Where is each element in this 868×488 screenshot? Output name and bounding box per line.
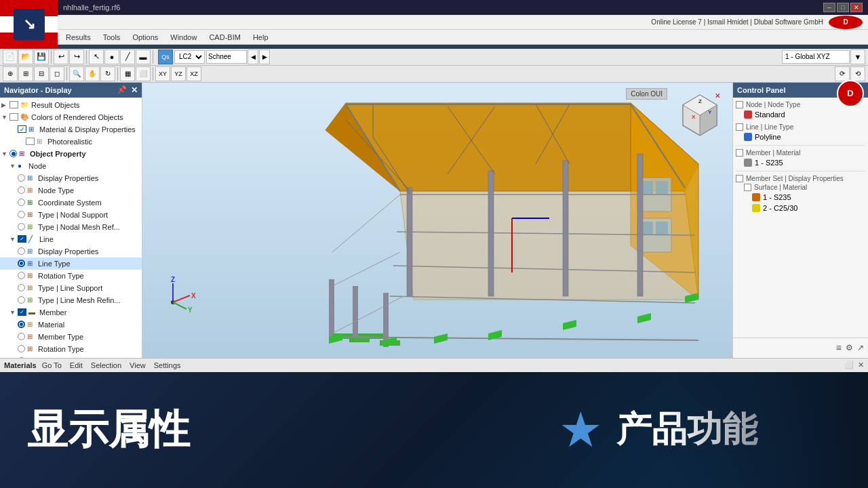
materials-selection[interactable]: Selection — [91, 361, 121, 369]
tree-rotation-type-label: Rotation Type — [38, 272, 84, 280]
menu-tools[interactable]: Tools — [98, 32, 126, 43]
viewport[interactable]: X Y Z ✕ X Y — [142, 83, 732, 358]
load-case-select[interactable]: LC2 — [174, 50, 205, 64]
tb-prev-lc[interactable]: ◀ — [248, 49, 258, 64]
tree-result-objects[interactable]: ▶ 📁 Result Objects — [0, 99, 142, 111]
tb2-1[interactable]: ⊕ — [3, 66, 18, 81]
tree-node-type[interactable]: ⊞ Node Type — [0, 184, 142, 197]
tb2-wire[interactable]: ⬜ — [136, 66, 151, 81]
svg-line-56 — [173, 296, 190, 302]
tree-coord-system[interactable]: ⊞ Coordinate System — [0, 197, 142, 209]
svg-rect-19 — [353, 286, 358, 340]
materials-maximize-btn[interactable]: ⬜ — [844, 361, 854, 369]
materials-settings[interactable]: Settings — [154, 361, 181, 369]
tb-member[interactable]: ▬ — [136, 49, 151, 64]
tree-line-support[interactable]: ⊞ Type | Line Support — [0, 282, 142, 294]
tree-photorealistic[interactable]: ⊞ Photorealistic — [0, 136, 142, 148]
tb2-side[interactable]: YZ — [171, 66, 186, 81]
viewport-cube[interactable]: X Y Z ✕ — [673, 88, 727, 142]
tb-line[interactable]: ╱ — [120, 49, 135, 64]
axis-indicator: X Y Z — [149, 275, 197, 324]
tree-object-property[interactable]: ▼ ⊞ Object Property — [0, 148, 142, 160]
tree-member-type-label: Member Type — [38, 333, 83, 341]
close-btn[interactable]: ✕ — [850, 3, 863, 12]
load-case-area[interactable]: Qs LC2 — [158, 49, 247, 64]
tree-nodal-support[interactable]: ⊞ Type | Nodal Support — [0, 209, 142, 221]
control-section-line: Line | Line Type Polyline — [736, 123, 865, 142]
tb2-r2[interactable]: ⟲ — [850, 66, 865, 81]
materials-edit[interactable]: Edit — [70, 361, 83, 369]
tb-view-options[interactable]: ▼ — [850, 49, 865, 64]
tb-next-lc[interactable]: ▶ — [259, 49, 270, 64]
svg-rect-8 — [656, 181, 668, 195]
tree-nodal-mesh[interactable]: ⊞ Type | Nodal Mesh Ref... — [0, 221, 142, 233]
tree-nodal-support-label: Type | Nodal Support — [38, 211, 108, 219]
window-title: nhlhalle_fertig.rf6 — [63, 3, 120, 12]
menu-help[interactable]: Help — [248, 32, 274, 43]
tb2-pan[interactable]: ✋ — [85, 66, 100, 81]
ctrl-list-icon[interactable]: ≡ — [836, 342, 842, 353]
tb2-front[interactable]: XY — [155, 66, 170, 81]
tb2-2[interactable]: ⊞ — [18, 66, 33, 81]
tb-select[interactable]: ↖ — [89, 49, 104, 64]
app-logo-area: ↘ — [0, 0, 58, 49]
tb-open[interactable]: 📂 — [18, 49, 33, 64]
tb2-top[interactable]: XZ — [186, 66, 201, 81]
tree-line-display[interactable]: ⊞ Display Properties — [0, 245, 142, 258]
tb2-zoom[interactable]: 🔍 — [69, 66, 84, 81]
tree-node-display[interactable]: ⊞ Display Properties — [0, 172, 142, 184]
menu-options[interactable]: Options — [127, 32, 163, 43]
tree-node[interactable]: ▼ ● Node — [0, 160, 142, 172]
maximize-btn[interactable]: □ — [837, 3, 849, 12]
svg-rect-13 — [563, 161, 568, 296]
menu-window[interactable]: Window — [165, 32, 202, 43]
load-case-icon: Qs — [158, 49, 173, 64]
view-label-select[interactable]: 1 - Global XYZ — [782, 50, 850, 64]
tb2-4[interactable]: ◻ — [50, 66, 64, 81]
tree-member-rotation[interactable]: ⊞ Rotation Type — [0, 343, 142, 355]
menu-results[interactable]: Results — [60, 32, 96, 43]
tb2-rotate[interactable]: ↻ — [100, 66, 115, 81]
tree-material-display[interactable]: ✓ ⊞ Material & Display Properties — [0, 123, 142, 136]
materials-view[interactable]: View — [130, 361, 146, 369]
tree-rotation-type[interactable]: ⊞ Rotation Type — [0, 270, 142, 282]
ctrl-export-icon[interactable]: ↗ — [857, 343, 864, 352]
control-section-member: Member | Material 1 - S235 — [736, 148, 865, 168]
navigator-title: Navigator - Display — [4, 86, 72, 94]
tree-node-label: Node — [28, 162, 46, 170]
tb-new[interactable]: 📄 — [3, 49, 18, 64]
tb-redo[interactable]: ↪ — [69, 49, 84, 64]
tree-line[interactable]: ▼ ✓ ╱ Line — [0, 233, 142, 245]
tree-member[interactable]: ▼ ✓ ▬ Member — [0, 306, 142, 319]
tree-node-display-label: Display Properties — [38, 174, 98, 182]
tb2-r1[interactable]: ⟳ — [835, 66, 850, 81]
nav-pin-btn[interactable]: 📌 — [117, 85, 127, 95]
tb-undo[interactable]: ↩ — [54, 49, 68, 64]
svg-text:Y: Y — [708, 109, 712, 115]
tb2-3[interactable]: ⊟ — [34, 66, 49, 81]
window-controls[interactable]: ─ □ ✕ — [823, 3, 863, 12]
toolbar-row-2: ⊕ ⊞ ⊟ ◻ 🔍 ✋ ↻ ▦ ⬜ XY YZ XZ ⟳ ⟲ — [0, 66, 868, 83]
nav-close-btn[interactable]: ✕ — [131, 85, 138, 95]
tree-member-type[interactable]: ⊞ Member Type — [0, 331, 142, 343]
materials-close-btn[interactable]: ✕ — [858, 361, 864, 369]
minimize-btn[interactable]: ─ — [823, 3, 835, 12]
control-panel-bottom: ≡ ⚙ ↗ — [733, 338, 868, 358]
tb-node[interactable]: ● — [104, 49, 119, 64]
load-name-input[interactable] — [206, 50, 247, 64]
toolbar-row-1: 📄 📂 💾 ↩ ↪ ↖ ● ╱ ▬ Qs LC2 ◀ ▶ 1 - Global … — [0, 49, 868, 66]
title-bar: nhlhalle_fertig.rf6 ─ □ ✕ — [58, 0, 868, 15]
ctrl-settings-icon[interactable]: ⚙ — [846, 343, 853, 352]
materials-goto[interactable]: Go To — [42, 361, 62, 369]
tree-node-type-label: Node Type — [38, 186, 74, 195]
tb2-render[interactable]: ▦ — [120, 66, 135, 81]
tree-line-mesh[interactable]: ⊞ Type | Line Mesh Refin... — [0, 294, 142, 306]
tree-line-type[interactable]: ⊞ Line Type — [0, 258, 142, 270]
tree-colors-rendered[interactable]: ▼ 🎨 Colors of Rendered Objects — [0, 111, 142, 123]
tb-save[interactable]: 💾 — [34, 49, 49, 64]
tree-result-objects-label: Result Objects — [31, 101, 80, 109]
menu-bar: Results Tools Options Window CAD-BIM Hel… — [58, 30, 868, 45]
tree-member-material[interactable]: ⊞ Material — [0, 319, 142, 331]
menu-cadbim[interactable]: CAD-BIM — [203, 32, 245, 43]
tree-line-mesh-label: Type | Line Mesh Refin... — [38, 296, 120, 304]
